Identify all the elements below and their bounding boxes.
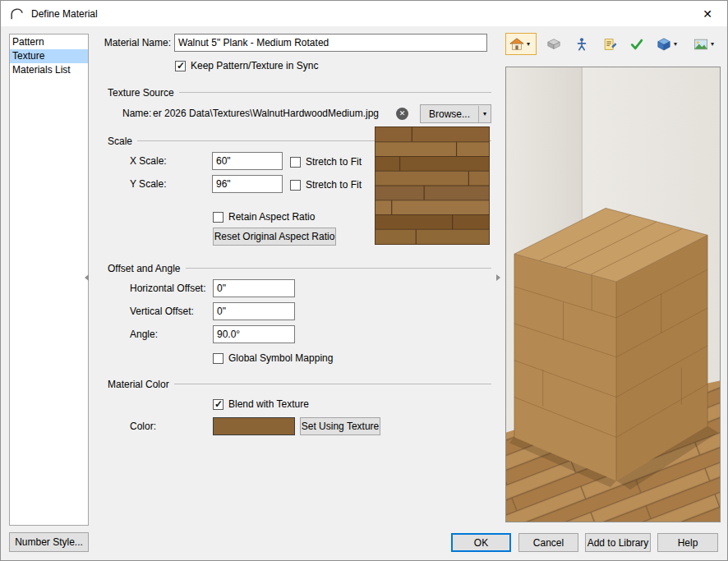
reset-aspect-label: Reset Original Aspect Ratio: [214, 231, 335, 242]
keep-sync-row: Keep Pattern/Texture in Sync: [175, 59, 318, 72]
camera-view-button[interactable]: ▾: [505, 33, 537, 55]
y-scale-input[interactable]: [212, 175, 283, 193]
sidebar-item-pattern[interactable]: Pattern: [10, 35, 88, 49]
y-scale-label: Y Scale:: [130, 175, 166, 193]
number-style-label: Number Style...: [15, 536, 83, 548]
global-mapping-checkbox[interactable]: [213, 353, 223, 364]
browse-button[interactable]: Browse... ▾: [420, 104, 491, 123]
sidebar-item-materials-list[interactable]: Materials List: [10, 63, 88, 77]
splitter-left-arrow-icon[interactable]: [85, 274, 89, 281]
check-icon: [629, 37, 644, 52]
group-divider: [179, 92, 491, 93]
help-label: Help: [678, 537, 698, 549]
walkthrough-icon: [574, 37, 589, 52]
texture-source-group: Texture Source: [108, 86, 491, 99]
offset-angle-group: Offset and Angle: [108, 262, 491, 274]
color-label: Color:: [130, 417, 156, 435]
cancel-button[interactable]: Cancel: [518, 533, 578, 552]
stretch-y-checkbox[interactable]: [290, 180, 301, 191]
group-divider: [174, 384, 491, 384]
walkthrough-button[interactable]: [570, 33, 593, 55]
angle-label: Angle:: [130, 325, 158, 343]
material-color-title: Material Color: [108, 379, 169, 390]
global-mapping-label: Global Symbol Mapping: [228, 352, 333, 364]
splitter-right-arrow-icon[interactable]: [496, 274, 500, 281]
blend-texture-row: Blend with Texture: [213, 398, 309, 411]
retain-aspect-label: Retain Aspect Ratio: [228, 211, 315, 223]
clear-texture-icon[interactable]: ✕: [396, 108, 408, 120]
cube-icon: [657, 37, 671, 52]
render-technique-dropdown-icon[interactable]: ▾: [671, 40, 680, 48]
ok-button[interactable]: OK: [451, 533, 511, 552]
set-using-texture-button[interactable]: Set Using Texture: [300, 417, 380, 435]
number-style-button[interactable]: Number Style...: [9, 532, 89, 552]
material-name-input[interactable]: [174, 34, 487, 52]
offset-angle-title: Offset and Angle: [108, 263, 181, 274]
retain-aspect-row: Retain Aspect Ratio: [213, 210, 315, 223]
backdrop-dropdown-icon[interactable]: ▾: [708, 40, 717, 48]
help-button[interactable]: Help: [657, 533, 718, 552]
blend-texture-checkbox[interactable]: [213, 399, 223, 410]
preview-3d-scene: [506, 67, 720, 522]
camera-view-dropdown-icon[interactable]: ▾: [524, 40, 533, 48]
horizontal-offset-label: Horizontal Offset:: [130, 279, 205, 297]
add-to-library-button[interactable]: Add to Library: [585, 533, 651, 552]
app-logo-icon: [9, 7, 24, 21]
keep-sync-label: Keep Pattern/Texture in Sync: [191, 60, 318, 71]
stretch-x-row: Stretch to Fit: [290, 155, 362, 168]
ok-label: OK: [474, 537, 488, 549]
texture-name-label: Name:: [122, 104, 151, 122]
floor-overview-icon: [546, 37, 561, 52]
blend-texture-label: Blend with Texture: [228, 398, 309, 410]
panel-list: Pattern Texture Materials List: [9, 34, 89, 526]
global-mapping-row: Global Symbol Mapping: [213, 352, 333, 365]
material-name-label: Material Name:: [83, 34, 171, 52]
cancel-label: Cancel: [533, 537, 564, 549]
color-swatch-button[interactable]: [213, 417, 295, 435]
floor-overview-button[interactable]: [542, 33, 565, 55]
reset-aspect-button[interactable]: Reset Original Aspect Ratio: [213, 228, 336, 246]
add-to-library-label: Add to Library: [587, 537, 649, 549]
backdrop-photo-icon: [693, 37, 708, 52]
render-technique-button[interactable]: ▾: [652, 33, 684, 55]
titlebar: Define Material ✕: [1, 1, 727, 26]
window-title: Define Material: [31, 8, 98, 20]
browse-dropdown-icon[interactable]: ▾: [478, 106, 491, 122]
stretch-x-label: Stretch to Fit: [306, 156, 362, 168]
close-icon[interactable]: ✕: [691, 1, 724, 26]
retain-aspect-checkbox[interactable]: [213, 212, 223, 223]
x-scale-label: X Scale:: [130, 152, 167, 170]
apply-check-button[interactable]: [625, 33, 648, 55]
backdrop-button[interactable]: ▾: [689, 33, 721, 55]
stretch-y-row: Stretch to Fit: [290, 178, 362, 191]
edit-layout-icon: [602, 37, 617, 52]
texture-source-title: Texture Source: [108, 87, 174, 99]
angle-input[interactable]: [213, 325, 295, 343]
camera-view-icon: [509, 37, 524, 52]
define-material-dialog: Define Material ✕ Pattern Texture Materi…: [0, 0, 728, 561]
scale-title: Scale: [108, 136, 132, 147]
material-color-group: Material Color: [108, 378, 491, 390]
browse-button-label: Browse...: [421, 108, 478, 120]
x-scale-input[interactable]: [212, 152, 283, 170]
edit-layout-button[interactable]: [598, 33, 621, 55]
vertical-offset-input[interactable]: [213, 302, 295, 320]
preview-3d-viewport[interactable]: [505, 67, 721, 522]
group-divider: [186, 268, 491, 269]
keep-sync-checkbox[interactable]: [175, 61, 186, 71]
horizontal-offset-input[interactable]: [213, 279, 295, 297]
texture-path-text: er 2026 Data\Textures\WalnutHardwoodMedi…: [153, 104, 391, 122]
vertical-offset-label: Vertical Offset:: [130, 302, 194, 320]
stretch-y-label: Stretch to Fit: [306, 179, 362, 191]
sidebar-item-texture[interactable]: Texture: [10, 49, 88, 63]
stretch-x-checkbox[interactable]: [290, 157, 301, 168]
set-using-texture-label: Set Using Texture: [302, 421, 380, 432]
texture-preview-thumbnail: [375, 126, 490, 245]
texture-thumbnail-image: [376, 127, 489, 244]
